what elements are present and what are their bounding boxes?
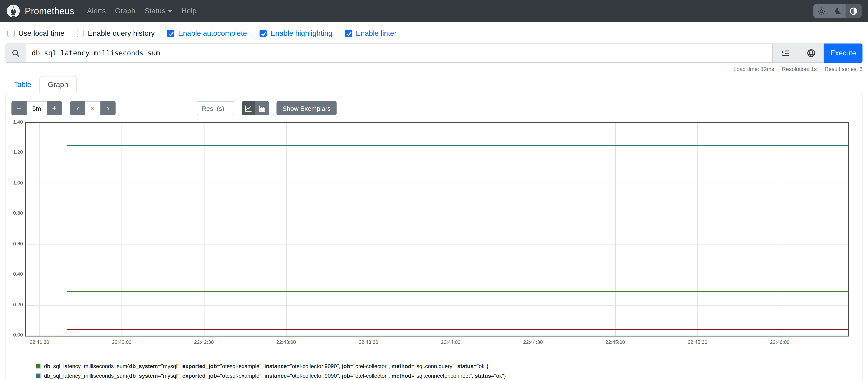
y-axis-tick-label: 1.00 [11, 180, 23, 185]
nav-link-status[interactable]: Status [140, 7, 177, 15]
option-enable-linter[interactable]: Enable linter [345, 29, 397, 38]
line-chart-button[interactable] [242, 101, 255, 115]
format-indent-icon [781, 49, 789, 57]
checkbox-icon[interactable] [7, 30, 15, 37]
gridline-horizontal [26, 214, 848, 214]
legend-row[interactable]: db_sql_latency_milliseconds_sum{db_syste… [36, 371, 857, 380]
checkbox-icon[interactable] [345, 30, 352, 37]
shift-forward-button[interactable]: › [100, 101, 116, 115]
checkbox-icon[interactable] [167, 30, 175, 37]
legend-series-label: db_sql_latency_milliseconds_sum{db_syste… [44, 363, 488, 369]
series-line-sql-conn-query [67, 291, 848, 292]
chart-type-toggle [242, 101, 269, 115]
moon-icon [834, 7, 841, 15]
legend-row[interactable]: db_sql_latency_milliseconds_sum{db_syste… [36, 361, 857, 371]
gridline-vertical [533, 123, 533, 336]
option-label: Enable query history [88, 29, 155, 38]
gridline-vertical [122, 123, 122, 336]
light-theme-button[interactable] [813, 4, 830, 18]
search-addon [5, 43, 26, 63]
series-line-sql-connector-connect [67, 145, 848, 146]
option-use-local-time[interactable]: Use local time [7, 29, 64, 38]
theme-toggle-group [813, 4, 862, 18]
option-enable-highlighting[interactable]: Enable highlighting [259, 29, 332, 38]
option-label: Enable highlighting [270, 29, 332, 38]
execute-button[interactable]: Execute [824, 43, 863, 63]
line-chart-icon [245, 105, 252, 112]
gridline-vertical [204, 123, 204, 336]
gridline-vertical [698, 123, 698, 336]
x-axis-tick-label: 22:46:00 [763, 339, 796, 345]
navbar: Prometheus Alerts Graph Status Help [0, 0, 868, 22]
increase-range-button[interactable]: + [47, 101, 62, 115]
query-bar: Execute [5, 43, 863, 63]
legend: db_sql_latency_milliseconds_sum{db_syste… [36, 361, 857, 380]
x-axis-tick-label: 22:45:30 [681, 339, 714, 345]
gridline-vertical [39, 123, 40, 336]
dark-theme-button[interactable] [830, 4, 845, 18]
brand-title: Prometheus [25, 6, 74, 16]
gridline-horizontal [26, 153, 848, 153]
y-axis-tick-label: 1.20 [11, 149, 23, 155]
x-axis-tick-label: 22:44:00 [434, 339, 467, 345]
globe-icon [807, 49, 815, 57]
y-axis-tick-label: 0.80 [11, 210, 23, 216]
query-expression-input[interactable] [26, 43, 773, 63]
option-enable-autocomplete[interactable]: Enable autocomplete [167, 29, 247, 38]
series-line-sql-rows [67, 329, 848, 330]
prometheus-logo-icon [6, 4, 20, 18]
x-axis-tick-label: 22:43:00 [270, 339, 303, 345]
range-control-group: − + [11, 101, 62, 115]
nav-link-help[interactable]: Help [177, 7, 201, 15]
gridline-horizontal [26, 275, 848, 275]
auto-theme-button[interactable] [845, 4, 862, 18]
resolution-stat: Resolution: 1s [782, 66, 817, 72]
stacked-chart-button[interactable] [255, 101, 269, 115]
stacked-chart-icon [258, 105, 266, 112]
gridline-horizontal [26, 305, 848, 306]
result-tabs: Table Graph [5, 75, 863, 93]
clear-time-button[interactable]: × [85, 101, 100, 115]
chart: 0.000.200.400.600.801.001.201.40 22:41:3… [11, 122, 857, 351]
options-bar: Use local time Enable query history Enab… [0, 22, 868, 38]
x-axis-tick-label: 22:43:30 [352, 339, 385, 345]
option-label: Use local time [18, 29, 64, 38]
plot-area[interactable] [25, 122, 849, 337]
resolution-input[interactable] [197, 101, 234, 115]
gridline-vertical [368, 123, 369, 336]
legend-swatch-icon [36, 364, 41, 369]
format-expression-button[interactable] [773, 43, 798, 63]
gridline-vertical [451, 123, 451, 336]
metrics-explorer-button[interactable] [798, 43, 824, 63]
circle-half-icon [850, 7, 858, 15]
page: Prometheus Alerts Graph Status Help [0, 0, 868, 380]
time-shift-group: ‹ × › [70, 101, 116, 115]
x-axis-tick-label: 22:44:30 [517, 339, 550, 345]
option-enable-query-history[interactable]: Enable query history [77, 29, 155, 38]
nav-link-alerts[interactable]: Alerts [83, 7, 111, 15]
gridline-vertical [286, 123, 287, 336]
y-axis-tick-label: 0.40 [11, 271, 23, 277]
tab-graph[interactable]: Graph [40, 76, 76, 93]
x-axis-tick-label: 22:41:30 [23, 339, 56, 345]
query-stats: Load time: 12ms Resolution: 1s Result se… [0, 66, 863, 72]
range-input[interactable] [27, 101, 47, 115]
y-axis-tick-label: 0.60 [11, 241, 23, 246]
search-icon [12, 49, 20, 57]
decrease-range-button[interactable]: − [11, 101, 27, 115]
option-label: Enable autocomplete [178, 29, 247, 38]
result-series-stat: Result series: 3 [825, 66, 863, 72]
gridline-vertical [780, 123, 780, 336]
nav-link-graph[interactable]: Graph [111, 7, 140, 15]
sun-icon [817, 7, 825, 15]
brand[interactable]: Prometheus [6, 4, 74, 18]
checkbox-icon[interactable] [259, 30, 267, 37]
x-axis-tick-label: 22:42:30 [187, 339, 220, 345]
checkbox-icon[interactable] [77, 30, 84, 37]
caret-down-icon [167, 10, 172, 12]
show-exemplars-button[interactable]: Show Exemplars [277, 101, 337, 115]
legend-swatch-icon [36, 373, 41, 378]
shift-back-button[interactable]: ‹ [70, 101, 85, 115]
tab-table[interactable]: Table [5, 76, 40, 93]
y-axis-tick-label: 0.20 [11, 302, 23, 307]
